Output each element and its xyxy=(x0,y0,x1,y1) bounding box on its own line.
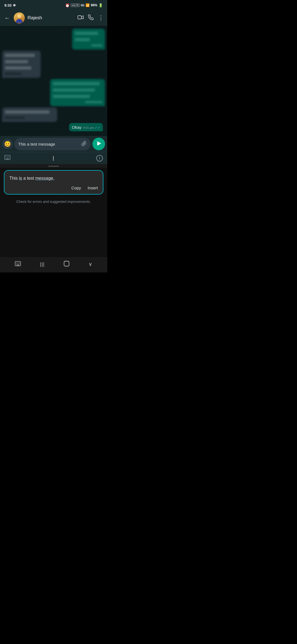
blurred-message-4 xyxy=(2,107,105,122)
avatar[interactable] xyxy=(14,12,25,23)
svg-rect-0 xyxy=(78,16,81,19)
okay-bubble: Okay 9:01 pm ✓✓ xyxy=(69,123,103,131)
chat-header: ← Rajesh ⋮ xyxy=(0,10,107,26)
more-options-button[interactable]: ⋮ xyxy=(98,14,104,21)
battery-level: 96% xyxy=(91,3,97,7)
network-icon: ⊕ xyxy=(13,3,16,7)
send-icon xyxy=(96,140,102,148)
drag-bar xyxy=(48,166,59,167)
voice-call-button[interactable] xyxy=(88,15,94,21)
suggestion-card: This is a test message. Copy Insert xyxy=(4,170,103,195)
blurred-message-3 xyxy=(2,79,105,106)
status-icons: ⏰ VoLTE 5G 📶 96% 🔋 xyxy=(65,3,103,7)
copy-button[interactable]: Copy xyxy=(71,185,81,190)
underline-word-1: is xyxy=(19,176,22,181)
okay-text: Okay xyxy=(72,125,81,130)
volte-label: VoLTE xyxy=(71,4,79,7)
tick-icon: ✓✓ xyxy=(95,126,100,130)
underline-word-2: message. xyxy=(35,176,54,181)
nav-home-icon[interactable] xyxy=(64,261,70,268)
svg-rect-21 xyxy=(64,261,69,266)
battery-icon: 🔋 xyxy=(98,3,103,7)
keyboard-top-bar: | ! xyxy=(0,152,107,164)
blurred-message-2 xyxy=(2,51,105,78)
attach-button[interactable] xyxy=(81,140,87,148)
video-call-button[interactable] xyxy=(78,15,84,21)
signal-icon: 📶 xyxy=(86,3,90,7)
drag-handle[interactable] xyxy=(0,164,107,168)
bottom-space xyxy=(0,208,107,257)
nav-recent-icon[interactable]: ||| xyxy=(40,261,45,267)
time-display: 9:33 xyxy=(4,3,12,7)
blurred-message-1 xyxy=(2,29,105,50)
send-button[interactable] xyxy=(92,138,105,150)
info-button[interactable]: ! xyxy=(96,155,103,162)
bottom-nav: ||| ∨ xyxy=(0,257,107,272)
message-input[interactable]: This a test message xyxy=(18,142,79,146)
nav-keyboard-icon[interactable] xyxy=(15,261,21,268)
message-input-wrap[interactable]: This a test message xyxy=(14,138,91,150)
emoji-icon: 😊 xyxy=(4,141,11,147)
okay-meta: 9:01 pm ✓✓ xyxy=(83,126,100,130)
emoji-button[interactable]: 😊 xyxy=(2,139,13,149)
check-errors-text: Check for errors and suggested improveme… xyxy=(0,197,107,208)
status-bar: 9:33 ⊕ ⏰ VoLTE 5G 📶 96% 🔋 xyxy=(0,0,107,10)
contact-name[interactable]: Rajesh xyxy=(28,15,75,21)
cursor-line: | xyxy=(53,155,54,161)
nav-back-icon[interactable]: ∨ xyxy=(89,261,92,267)
keyboard-icon[interactable] xyxy=(4,155,10,161)
okay-time: 9:01 pm xyxy=(83,126,94,129)
chat-area: Okay 9:01 pm ✓✓ xyxy=(0,26,107,136)
input-bar: 😊 This a test message xyxy=(0,136,107,152)
alarm-icon: ⏰ xyxy=(65,3,70,7)
suggestion-actions: Copy Insert xyxy=(9,185,98,190)
info-icon-label: ! xyxy=(99,156,100,160)
suggestion-text: This is a test message. xyxy=(9,175,98,182)
insert-button[interactable]: Insert xyxy=(87,185,98,190)
status-time: 9:33 ⊕ xyxy=(4,3,16,7)
back-button[interactable]: ← xyxy=(3,14,11,22)
fiveg-label: 5G xyxy=(81,4,84,7)
header-actions: ⋮ xyxy=(78,14,104,21)
chat-messages: Okay 9:01 pm ✓✓ xyxy=(0,26,107,136)
okay-message-row: Okay 9:01 pm ✓✓ xyxy=(2,123,105,133)
